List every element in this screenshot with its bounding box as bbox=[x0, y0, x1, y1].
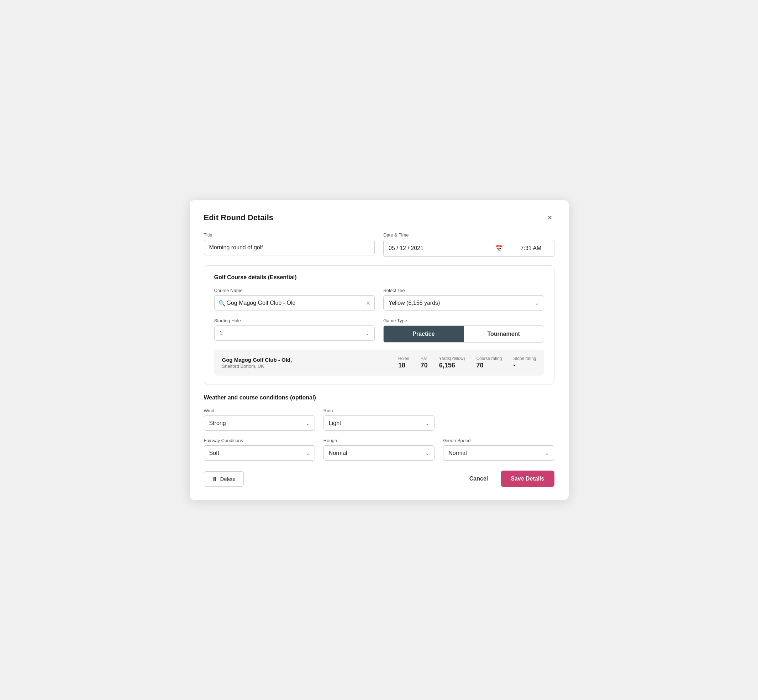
course-info-row: Gog Magog Golf Club - Old, Shelford Bott… bbox=[214, 350, 544, 376]
title-label: Title bbox=[204, 232, 375, 238]
green-speed-group: Green Speed Slow Normal Fast Very Fast ⌄ bbox=[443, 438, 554, 461]
course-name-label: Course Name bbox=[214, 288, 375, 293]
search-icon: 🔍 bbox=[219, 300, 226, 306]
tournament-button[interactable]: Tournament bbox=[464, 326, 544, 342]
par-stat: Par 70 bbox=[421, 356, 428, 369]
rough-label: Rough bbox=[324, 438, 434, 443]
fairway-wrap: Soft Normal Firm Very Firm ⌄ bbox=[204, 445, 315, 461]
time-input[interactable]: 7:31 AM bbox=[508, 240, 554, 257]
holes-stat: Holes 18 bbox=[398, 356, 409, 369]
hole-gametype-row: Starting Hole 1 2 3 ⌄ Game Type Practice… bbox=[214, 318, 544, 342]
practice-button[interactable]: Practice bbox=[384, 326, 464, 342]
modal-header: Edit Round Details × bbox=[204, 213, 554, 222]
starting-hole-label: Starting Hole bbox=[214, 318, 375, 323]
course-tee-row: Course Name 🔍 ✕ Select Tee Yellow (6,156… bbox=[214, 288, 544, 311]
green-speed-dropdown[interactable]: Slow Normal Fast Very Fast bbox=[443, 445, 554, 461]
game-type-label: Game Type bbox=[383, 318, 544, 323]
rough-wrap: Short Normal Long Very Long ⌄ bbox=[324, 445, 434, 461]
starting-hole-group: Starting Hole 1 2 3 ⌄ bbox=[214, 318, 375, 342]
green-speed-wrap: Slow Normal Fast Very Fast ⌄ bbox=[443, 445, 554, 461]
delete-label: Delete bbox=[220, 476, 236, 482]
golf-course-title: Golf Course details (Essential) bbox=[214, 274, 544, 281]
modal-title: Edit Round Details bbox=[204, 213, 274, 222]
edit-round-modal: Edit Round Details × Title Date & Time 0… bbox=[190, 200, 568, 500]
title-field-group: Title bbox=[204, 232, 375, 257]
calendar-icon: 📅 bbox=[495, 244, 503, 252]
empty-spacer bbox=[443, 408, 554, 431]
fairway-rough-green-row: Fairway Conditions Soft Normal Firm Very… bbox=[204, 438, 554, 461]
conditions-section: Weather and course conditions (optional)… bbox=[204, 394, 554, 461]
date-input[interactable]: 05 / 12 / 2021 📅 bbox=[383, 240, 508, 257]
datetime-inputs: 05 / 12 / 2021 📅 7:31 AM bbox=[383, 240, 554, 257]
course-info-location: Shelford Bottom, UK bbox=[222, 364, 387, 369]
footer-right: Cancel Save Details bbox=[463, 470, 554, 487]
par-value: 70 bbox=[421, 362, 428, 369]
wind-wrap: Calm Light Moderate Strong Very Strong ⌄ bbox=[204, 416, 315, 431]
delete-button[interactable]: 🗑 Delete bbox=[204, 471, 244, 487]
holes-value: 18 bbox=[398, 362, 405, 369]
course-info-name-block: Gog Magog Golf Club - Old, Shelford Bott… bbox=[222, 357, 387, 369]
date-value: 05 / 12 / 2021 bbox=[388, 245, 492, 252]
starting-hole-wrap: 1 2 3 ⌄ bbox=[214, 325, 375, 341]
conditions-title: Weather and course conditions (optional) bbox=[204, 394, 554, 401]
green-speed-label: Green Speed bbox=[443, 438, 554, 443]
wind-dropdown[interactable]: Calm Light Moderate Strong Very Strong bbox=[204, 416, 315, 431]
datetime-field-group: Date & Time 05 / 12 / 2021 📅 7:31 AM bbox=[383, 232, 554, 257]
par-label: Par bbox=[421, 356, 428, 361]
rough-dropdown[interactable]: Short Normal Long Very Long bbox=[324, 445, 434, 461]
game-type-toggle: Practice Tournament bbox=[383, 325, 544, 342]
slope-rating-label: Slope rating bbox=[513, 356, 536, 361]
save-details-button[interactable]: Save Details bbox=[501, 470, 554, 487]
title-input[interactable] bbox=[204, 240, 375, 255]
course-rating-value: 70 bbox=[476, 362, 483, 369]
clear-course-icon[interactable]: ✕ bbox=[366, 300, 370, 306]
wind-label: Wind bbox=[204, 408, 315, 413]
fairway-label: Fairway Conditions bbox=[204, 438, 315, 443]
fairway-group: Fairway Conditions Soft Normal Firm Very… bbox=[204, 438, 315, 461]
holes-label: Holes bbox=[398, 356, 409, 361]
game-type-group: Game Type Practice Tournament bbox=[383, 318, 544, 342]
trash-icon: 🗑 bbox=[212, 476, 218, 482]
rain-dropdown[interactable]: None Light Moderate Heavy bbox=[324, 416, 434, 431]
course-rating-stat: Course rating 70 bbox=[476, 356, 502, 369]
slope-rating-stat: Slope rating - bbox=[513, 356, 536, 369]
close-button[interactable]: × bbox=[545, 213, 554, 222]
select-tee-label: Select Tee bbox=[383, 288, 544, 293]
course-name-input[interactable] bbox=[214, 295, 375, 311]
wind-rain-row: Wind Calm Light Moderate Strong Very Str… bbox=[204, 408, 554, 431]
wind-group: Wind Calm Light Moderate Strong Very Str… bbox=[204, 408, 315, 431]
select-tee-wrap: Yellow (6,156 yards) Red (5,456 yards) W… bbox=[383, 295, 544, 311]
course-name-group: Course Name 🔍 ✕ bbox=[214, 288, 375, 311]
rough-group: Rough Short Normal Long Very Long ⌄ bbox=[324, 438, 434, 461]
time-value: 7:31 AM bbox=[521, 245, 542, 252]
rain-wrap: None Light Moderate Heavy ⌄ bbox=[324, 416, 434, 431]
title-datetime-row: Title Date & Time 05 / 12 / 2021 📅 7:31 … bbox=[204, 232, 554, 257]
slope-rating-value: - bbox=[513, 362, 515, 369]
starting-hole-dropdown[interactable]: 1 2 3 bbox=[214, 325, 375, 341]
golf-course-card: Golf Course details (Essential) Course N… bbox=[204, 266, 554, 384]
yards-label: Yards(Yellow) bbox=[439, 356, 465, 361]
rain-group: Rain None Light Moderate Heavy ⌄ bbox=[324, 408, 434, 431]
yards-stat: Yards(Yellow) 6,156 bbox=[439, 356, 465, 369]
rain-label: Rain bbox=[324, 408, 434, 413]
select-tee-group: Select Tee Yellow (6,156 yards) Red (5,4… bbox=[383, 288, 544, 311]
footer-row: 🗑 Delete Cancel Save Details bbox=[204, 470, 554, 487]
cancel-button[interactable]: Cancel bbox=[463, 472, 494, 486]
datetime-label: Date & Time bbox=[383, 232, 554, 238]
fairway-dropdown[interactable]: Soft Normal Firm Very Firm bbox=[204, 445, 315, 461]
course-info-name: Gog Magog Golf Club - Old, bbox=[222, 357, 387, 363]
select-tee-dropdown[interactable]: Yellow (6,156 yards) Red (5,456 yards) W… bbox=[383, 295, 544, 311]
course-rating-label: Course rating bbox=[476, 356, 502, 361]
yards-value: 6,156 bbox=[439, 362, 455, 369]
course-name-input-wrap: 🔍 ✕ bbox=[214, 295, 375, 311]
